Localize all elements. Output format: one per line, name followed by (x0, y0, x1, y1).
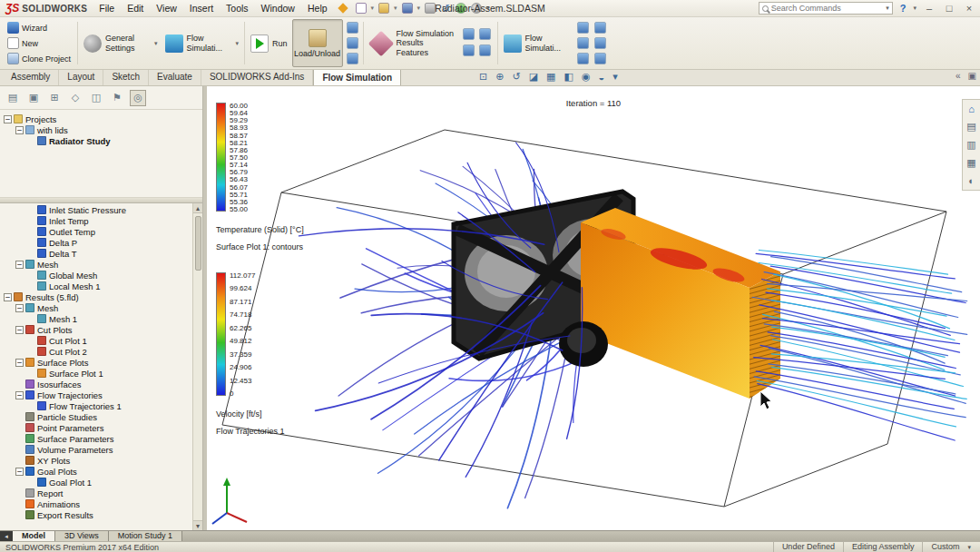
search-box[interactable]: ▾ (759, 2, 893, 15)
search-input[interactable] (771, 4, 883, 13)
pane-options-icon[interactable]: ▣ (968, 71, 976, 81)
tree-item-delta-t[interactable]: Delta T (0, 248, 192, 259)
appearances-icon[interactable]: ◐ (968, 175, 975, 186)
expander-icon[interactable]: − (15, 326, 24, 334)
scrollbar-thumb[interactable] (195, 216, 201, 271)
tree-item-report[interactable]: Report (0, 488, 192, 498)
maximize-button[interactable]: □ (942, 1, 956, 16)
close-button[interactable]: × (962, 1, 976, 16)
tree-item-particle-studies[interactable]: Particle Studies (0, 411, 192, 422)
tree-item-goal-plot-1[interactable]: Goal Plot 1 (0, 477, 192, 488)
sensors-icon[interactable]: ⚑ (109, 90, 125, 106)
expander-icon[interactable]: − (4, 115, 12, 123)
btab-motion-study-1[interactable]: Motion Study 1 (109, 531, 182, 541)
menu-item[interactable]: File (93, 0, 121, 16)
feature-manager-icon[interactable]: ▤ (5, 90, 21, 106)
tree-item-surface-plots[interactable]: −Surface Plots (0, 357, 192, 368)
tree-item-outlet-temp[interactable]: Outlet Temp (0, 226, 192, 237)
tree-item-projects[interactable]: −Projects (0, 113, 202, 124)
btab-model[interactable]: Model (13, 531, 55, 541)
search-dropdown-icon[interactable]: ▾ (886, 5, 889, 12)
run-button[interactable]: Run (248, 19, 290, 67)
flow-simulation-tree-icon[interactable]: ◎ (130, 90, 146, 106)
zoom-fit-icon[interactable]: ⊡ (479, 71, 487, 83)
tab-scroll-left-icon[interactable]: ◂ (0, 531, 13, 541)
tree-item-mesh-1[interactable]: Mesh 1 (0, 313, 192, 324)
ribbon-tool-icon[interactable] (577, 53, 589, 64)
tree-item-cut-plot-2[interactable]: Cut Plot 2 (0, 346, 192, 357)
save-icon[interactable] (402, 3, 413, 14)
tree-item-local-mesh-1[interactable]: Local Mesh 1 (0, 281, 192, 291)
tree-item-flow-trajectories[interactable]: −Flow Trajectories (0, 389, 192, 400)
tree-item-animations[interactable]: Animations (0, 498, 192, 509)
ribbon-tool-icon[interactable] (479, 44, 491, 56)
expander-icon[interactable]: − (15, 391, 24, 399)
tree-item-mesh[interactable]: −Mesh (0, 302, 192, 313)
help-button[interactable]: ? (898, 3, 908, 14)
3d-scene[interactable] (207, 86, 980, 530)
flow-simulation-features-button[interactable]: Flow Simulati... ▾ (162, 19, 242, 67)
tree-item-isosurfaces[interactable]: Isosurfaces (0, 379, 192, 389)
ribbon-tool-icon[interactable] (594, 22, 606, 34)
open-document-icon[interactable] (378, 3, 389, 14)
new-dropdown-icon[interactable]: ▾ (371, 5, 375, 12)
scroll-up-icon[interactable]: ▴ (193, 203, 202, 213)
expander-icon[interactable]: − (15, 468, 24, 476)
ribbon-tool-icon[interactable] (347, 22, 358, 34)
tree-item-mesh[interactable]: −Mesh (0, 259, 192, 270)
expander-icon[interactable]: − (15, 359, 24, 367)
radiator-model[interactable] (454, 192, 780, 399)
collapse-pane-icon[interactable]: « (956, 71, 961, 81)
tree-item-export-results[interactable]: Export Results (0, 509, 192, 520)
ribbon-tool-icon[interactable] (347, 37, 358, 49)
edit-appearance-icon[interactable]: ◒ (598, 72, 604, 83)
clone-project-button[interactable]: Clone Project (5, 52, 73, 66)
resources-home-icon[interactable]: ⌂ (968, 104, 975, 114)
scroll-down-icon[interactable]: ▾ (193, 520, 202, 530)
flow-simulation-tools-button[interactable]: Flow Simulati... (501, 19, 573, 67)
tree-item-xy-plots[interactable]: XY Plots (0, 455, 192, 466)
cmtab-evaluate[interactable]: Evaluate (149, 69, 201, 85)
dimxpert-manager-icon[interactable]: ◇ (67, 90, 83, 106)
cmtab-assembly[interactable]: Assembly (3, 69, 59, 85)
minimize-button[interactable]: – (922, 1, 936, 16)
print-icon[interactable] (425, 3, 436, 14)
ribbon-tool-icon[interactable] (594, 37, 606, 49)
zoom-area-icon[interactable]: ⊕ (495, 71, 504, 83)
wizard-button[interactable]: Wizard (5, 21, 73, 35)
expander-icon[interactable]: − (15, 304, 24, 312)
save-dropdown-icon[interactable]: ▾ (417, 5, 421, 12)
ribbon-tool-icon[interactable] (577, 37, 589, 49)
flow-simulation-results-features-button[interactable]: Flow Simulation Results Features (367, 19, 459, 67)
open-dropdown-icon[interactable]: ▾ (394, 5, 397, 12)
ribbon-tool-icon[interactable] (347, 53, 358, 64)
tree-item-cut-plot-1[interactable]: Cut Plot 1 (0, 335, 192, 346)
cmtab-solidworks-add-ins[interactable]: SOLIDWORKS Add-Ins (201, 69, 313, 85)
load-unload-button[interactable]: Load/Unload (292, 19, 343, 67)
ribbon-tool-icon[interactable] (577, 22, 589, 34)
ribbon-tool-icon[interactable] (594, 53, 606, 64)
new-button[interactable]: New (5, 36, 73, 51)
tree-item-inlet-temp[interactable]: Inlet Temp (0, 215, 192, 226)
expander-icon[interactable]: − (15, 261, 24, 269)
cmtab-flow-simulation[interactable]: Flow Simulation (313, 69, 401, 85)
menu-item[interactable]: Tools (220, 0, 255, 16)
status-dropdown-icon[interactable]: ▾ (967, 544, 975, 551)
hide-show-items-icon[interactable]: ◉ (582, 71, 591, 83)
tree-item-flow-trajectories-1[interactable]: Flow Trajectories 1 (0, 400, 192, 411)
ribbon-tool-icon[interactable] (463, 28, 475, 40)
menu-item[interactable]: View (150, 0, 183, 16)
ribbon-tool-icon[interactable] (463, 44, 475, 56)
configuration-manager-icon[interactable]: ⊞ (46, 90, 63, 106)
tree-item-goal-plots[interactable]: −Goal Plots (0, 466, 192, 477)
tree-item-global-mesh[interactable]: Global Mesh (0, 270, 192, 281)
tree-item-surface-parameters[interactable]: Surface Parameters (0, 433, 192, 444)
view-palette-icon[interactable]: ▦ (966, 157, 975, 169)
view-orientation-icon[interactable]: ▦ (546, 71, 555, 83)
tree-item-with-lids[interactable]: −with lids (0, 124, 202, 135)
expander-icon[interactable]: − (4, 293, 12, 301)
tree-item-results-5-fld-[interactable]: −Results (5.fld) (0, 291, 192, 302)
expander-icon[interactable]: − (15, 126, 24, 134)
tree-item-inlet-static-pressure[interactable]: Inlet Static Pressure (0, 204, 192, 215)
btab-3d-views[interactable]: 3D Views (55, 531, 109, 541)
